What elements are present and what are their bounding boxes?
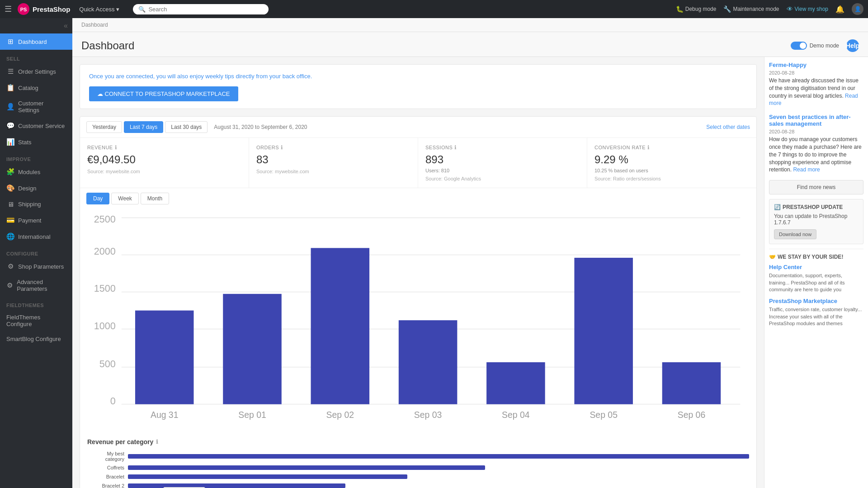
- category-bar: [128, 454, 749, 459]
- connect-text: Once you are connected, you will also en…: [89, 72, 747, 81]
- last-30-days-tab[interactable]: Last 30 days: [165, 121, 208, 133]
- customer-settings-icon: 👤: [6, 103, 14, 111]
- search-icon: 🔍: [138, 6, 146, 13]
- day-tab[interactable]: Day: [86, 193, 109, 204]
- bar-sep01[interactable]: [223, 294, 282, 404]
- info-icon-revenue: ℹ: [115, 144, 118, 151]
- international-icon: 🌐: [6, 232, 14, 241]
- month-tab[interactable]: Month: [141, 193, 169, 204]
- search-input[interactable]: [148, 6, 263, 13]
- sidebar-item-stats[interactable]: 📊 Stats: [0, 134, 72, 150]
- category-section: Revenue per category ℹ My best categoryC…: [80, 432, 756, 488]
- help-center-link[interactable]: Help Center: [769, 264, 863, 270]
- find-more-button[interactable]: Find more news: [769, 180, 863, 194]
- sidebar-item-advanced-parameters[interactable]: ⚙ Advanced Parameters: [0, 275, 72, 296]
- bar-sep05[interactable]: [574, 257, 633, 404]
- advanced-params-icon: ⚙: [6, 281, 13, 289]
- debug-mode-button[interactable]: 🐛 Debug mode: [676, 5, 717, 13]
- wrench-icon: 🔧: [723, 5, 731, 13]
- category-chart-title: Revenue per category ℹ: [87, 438, 749, 445]
- user-avatar[interactable]: 👤: [852, 3, 863, 15]
- select-dates-button[interactable]: Select other dates: [706, 124, 750, 130]
- connect-marketplace-button[interactable]: ☁ CONNECT TO PRESTASHOP MARKETPLACE: [89, 86, 238, 101]
- debug-icon: 🐛: [676, 5, 684, 13]
- sidebar-item-modules[interactable]: 🧩 Modules: [0, 164, 72, 180]
- news-heading-2[interactable]: Seven best practices in after-sales mana…: [769, 114, 863, 127]
- sidebar-item-payment[interactable]: 💳 Payment: [0, 212, 72, 228]
- news-date-2: 2020-08-28: [769, 129, 863, 134]
- svg-text:1000: 1000: [94, 320, 116, 331]
- svg-text:Sep 04: Sep 04: [502, 409, 530, 419]
- connect-box: Once you are connected, you will also en…: [80, 64, 757, 109]
- revenue-bar-chart: 0 500 1000 1500 2000 2500: [86, 209, 750, 424]
- bar-aug31[interactable]: [135, 310, 194, 404]
- update-icon: 🔄: [774, 204, 781, 210]
- sidebar-item-order-settings[interactable]: ☰ Order Settings: [0, 63, 72, 80]
- bar-sep04[interactable]: [486, 362, 545, 404]
- modules-icon: 🧩: [6, 168, 14, 176]
- marketplace-link[interactable]: PrestaShop Marketplace: [769, 298, 863, 304]
- category-bar: [128, 483, 345, 488]
- svg-text:Aug 31: Aug 31: [151, 409, 179, 419]
- sidebar-item-smartblog[interactable]: SmartBlog Configure: [0, 332, 72, 346]
- content-area: Dashboard Dashboard Demo mode Help Once …: [72, 18, 868, 488]
- download-now-button[interactable]: Download now: [774, 229, 816, 239]
- eye-icon: 👁: [787, 5, 793, 13]
- svg-text:2500: 2500: [94, 213, 116, 225]
- news-text-1: We have already discussed the issue of t…: [769, 77, 863, 107]
- sidebar-item-customer-settings[interactable]: 👤 Customer Settings: [0, 96, 72, 118]
- kpi-revenue: REVENUE ℹ €9,049.50 Source: mywebsite.co…: [80, 138, 249, 188]
- category-row-bracelet: Bracelet: [87, 474, 749, 480]
- bar-sep06[interactable]: [662, 362, 721, 404]
- sidebar-section-configure: CONFIGURE: [0, 245, 72, 258]
- left-panel: Once you are connected, you will also en…: [72, 57, 764, 488]
- view-shop-button[interactable]: 👁 View my shop: [787, 5, 828, 13]
- prestashop-logo: PS: [17, 3, 30, 15]
- hamburger-icon[interactable]: ☰: [5, 4, 12, 14]
- svg-text:PS: PS: [20, 7, 27, 12]
- sidebar-section-improve: IMPROVE: [0, 150, 72, 164]
- sidebar-item-fieldthemes[interactable]: FieldThemes Configure: [0, 310, 72, 332]
- catalog-icon: 📋: [6, 84, 14, 92]
- bar-sep02[interactable]: [311, 248, 370, 404]
- main-layout: « ⊞ Dashboard SELL ☰ Order Settings 📋 Ca…: [0, 18, 868, 488]
- info-icon-orders: ℹ: [281, 144, 283, 151]
- category-bars: My best categoryCoffretsBraceletBracelet…: [87, 451, 749, 488]
- news-text-2: How do you manage your customers once th…: [769, 136, 863, 174]
- demo-mode-toggle[interactable]: [791, 42, 807, 50]
- sidebar-item-shipping[interactable]: 🖥 Shipping: [0, 196, 72, 212]
- update-title: 🔄 PRESTASHOP UPDATE: [774, 204, 859, 210]
- week-tab[interactable]: Week: [111, 193, 138, 204]
- info-icon-category: ℹ: [156, 439, 158, 445]
- shop-params-icon: ⚙: [6, 262, 14, 270]
- update-box: 🔄 PRESTASHOP UPDATE You can update to Pr…: [769, 199, 863, 244]
- quick-access-button[interactable]: Quick Access ▾: [75, 4, 123, 14]
- news-item-1: Ferme-Happy 2020-08-28 We have already d…: [769, 62, 863, 107]
- sidebar-collapse-button[interactable]: «: [0, 18, 72, 33]
- help-button[interactable]: Help: [846, 39, 859, 52]
- maintenance-mode-button[interactable]: 🔧 Maintenance mode: [723, 5, 779, 13]
- category-bar: [128, 474, 407, 479]
- shipping-icon: 🖥: [6, 200, 14, 208]
- svg-text:0: 0: [110, 395, 116, 406]
- news-heading-1[interactable]: Ferme-Happy: [769, 62, 863, 68]
- svg-text:Sep 03: Sep 03: [414, 409, 442, 419]
- sidebar-item-catalog[interactable]: 📋 Catalog: [0, 80, 72, 96]
- last-7-days-tab[interactable]: Last 7 days: [124, 121, 163, 133]
- notifications-button[interactable]: 🔔: [835, 5, 844, 14]
- sidebar-section-fieldthemes: FIELDTHEMES: [0, 296, 72, 310]
- sidebar-item-dashboard[interactable]: ⊞ Dashboard: [0, 33, 72, 50]
- yesterday-tab[interactable]: Yesterday: [86, 121, 122, 133]
- sidebar-item-design[interactable]: 🎨 Design: [0, 180, 72, 196]
- info-icon-sessions: ℹ: [454, 144, 457, 151]
- sidebar-item-international[interactable]: 🌐 International: [0, 228, 72, 245]
- date-range: August 31, 2020 to September 6, 2020: [214, 124, 307, 130]
- info-icon-conversion: ℹ: [647, 144, 650, 151]
- sidebar-item-shop-parameters[interactable]: ⚙ Shop Parameters: [0, 258, 72, 275]
- sidebar-item-customer-service[interactable]: 💬 Customer Service: [0, 118, 72, 134]
- read-more-2[interactable]: Read more: [793, 166, 820, 173]
- news-item-2: Seven best practices in after-sales mana…: [769, 114, 863, 174]
- category-bar: [128, 465, 485, 470]
- stats-icon: 📊: [6, 138, 14, 146]
- bar-sep03[interactable]: [399, 320, 458, 404]
